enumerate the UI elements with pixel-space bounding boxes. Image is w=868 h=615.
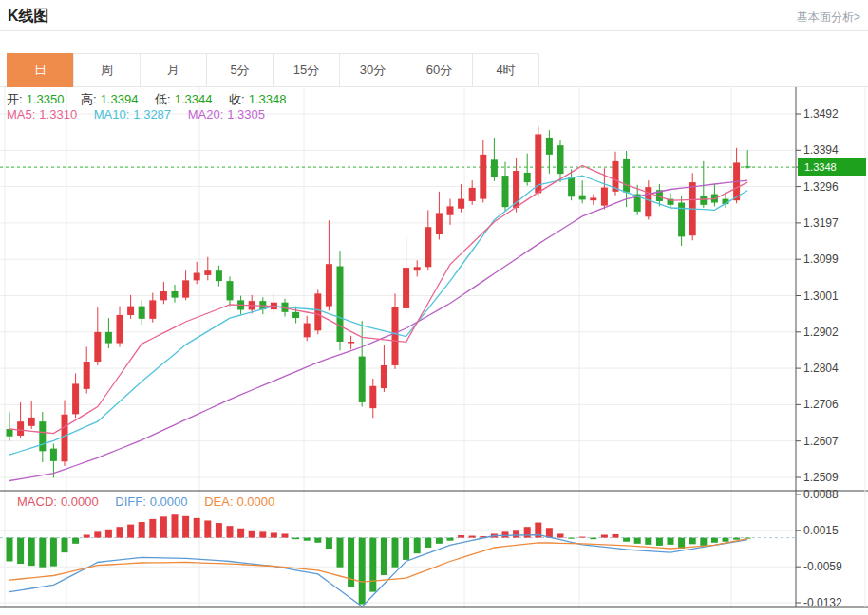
ma20-label: MA20:: [188, 107, 224, 121]
tab-5min[interactable]: 5分: [206, 53, 274, 87]
candle-body: [28, 418, 35, 426]
candle-body: [117, 315, 123, 344]
candle-body: [194, 273, 200, 281]
candle-body: [392, 307, 399, 365]
candle-body: [160, 291, 167, 300]
tab-day[interactable]: 日: [7, 53, 74, 87]
candle-body: [182, 280, 189, 297]
price-axis: 1.34921.33941.32961.31971.30991.30011.29…: [796, 107, 842, 609]
macd-bar: [326, 538, 332, 549]
macd-bar: [392, 538, 399, 568]
macd-bar: [292, 538, 299, 540]
candle-body: [469, 188, 476, 201]
axis-label: 1.2706: [803, 398, 839, 411]
candle-body: [557, 145, 564, 174]
axis-label: 1.3296: [803, 180, 839, 194]
candle-body: [425, 227, 431, 267]
macd-bar: [28, 538, 35, 567]
macd-bar: [84, 534, 90, 537]
macd-bar: [314, 538, 321, 543]
macd-bar: [436, 538, 443, 544]
macd-bar: [656, 538, 663, 546]
macd-bar: [259, 531, 266, 537]
macd-bar: [194, 518, 200, 538]
chart-canvas[interactable]: 1.34921.33941.32961.31971.30991.30011.29…: [0, 87, 868, 615]
macd-bar: [613, 534, 619, 538]
dea-label: DEA:: [204, 494, 233, 509]
ma10-label: MA10:: [94, 107, 130, 121]
candle-body: [524, 173, 531, 182]
high-label: 高:: [81, 92, 97, 106]
candle-body: [139, 307, 145, 319]
tab-15min[interactable]: 15分: [273, 53, 340, 87]
candle-body: [84, 362, 90, 389]
close-value: 1.3348: [249, 92, 287, 106]
candle-body: [105, 332, 112, 344]
candle-body: [436, 213, 443, 234]
macd-bar: [337, 538, 344, 568]
candle-body: [348, 342, 354, 344]
candle-body: [216, 270, 222, 281]
header-divider: [0, 30, 868, 31]
macd-bar: [359, 538, 366, 605]
macd-bar: [72, 538, 79, 544]
ma-readout: MA5:1.3310 MA10:1.3287 MA20:1.3305: [7, 107, 269, 121]
diff-label: DIFF:: [115, 494, 146, 509]
macd-readout: MACD:0.0000 DIFF:0.0000 DEA:0.0000: [17, 494, 278, 509]
tab-30min[interactable]: 30分: [339, 53, 406, 87]
low-label: 低:: [155, 92, 171, 106]
macd-bar: [381, 538, 387, 575]
axis-label: -0.0059: [803, 560, 842, 573]
candle-body: [601, 188, 608, 206]
macd-bar: [623, 538, 630, 542]
candle-body: [447, 206, 454, 214]
candle-body: [337, 267, 344, 342]
candle-body: [568, 177, 575, 196]
tab-week[interactable]: 周: [73, 53, 141, 87]
open-label: 开:: [7, 92, 23, 106]
macd-bar: [216, 523, 222, 538]
tab-60min[interactable]: 60分: [406, 53, 473, 87]
axis-label: 1.3197: [803, 216, 839, 230]
candle-body: [304, 324, 311, 338]
macd-bar: [105, 530, 112, 538]
macd-bar: [425, 538, 431, 548]
candle-body: [50, 449, 57, 461]
macd-bar: [160, 516, 167, 537]
axis-label: 1.2509: [803, 471, 839, 484]
candle-body: [72, 383, 79, 414]
chart-area[interactable]: 1.34921.33941.32961.31971.30991.30011.29…: [0, 87, 868, 615]
macd-bar: [601, 534, 608, 537]
candle-body: [458, 199, 464, 209]
macd-bar: [447, 538, 454, 541]
candle-body: [94, 332, 101, 362]
ma10-value: 1.3287: [133, 107, 171, 121]
macd-bar: [524, 527, 531, 537]
macd-bar: [634, 538, 641, 544]
macd-value: 0.0000: [61, 494, 99, 509]
macd-bar: [7, 538, 13, 562]
candle-body: [172, 291, 179, 298]
candles-layer: [7, 126, 751, 477]
macd-bar: [237, 529, 244, 538]
macd-bar: [139, 522, 145, 538]
dea-value: 0.0000: [237, 494, 275, 509]
current-price-badge: 1.3348: [798, 158, 866, 176]
axis-label: 1.2804: [803, 362, 839, 375]
macd-bar: [458, 535, 464, 538]
fundamental-analysis-link[interactable]: 基本面分析>: [797, 9, 860, 26]
macd-bar: [403, 538, 409, 560]
macd-bar: [127, 525, 134, 538]
candle-body: [502, 176, 509, 207]
tab-4hour[interactable]: 4时: [472, 53, 539, 87]
macd-bar: [117, 527, 123, 537]
diff-value: 0.0000: [150, 494, 188, 509]
candle-body: [590, 197, 596, 200]
tab-month[interactable]: 月: [140, 53, 207, 87]
macd-bar: [700, 538, 707, 546]
ma5-label: MA5:: [7, 107, 35, 121]
candle-body: [414, 267, 421, 270]
macd-bar: [172, 514, 179, 537]
candle-body: [62, 415, 68, 461]
page-header: K线图 基本面分析>: [0, 0, 868, 31]
